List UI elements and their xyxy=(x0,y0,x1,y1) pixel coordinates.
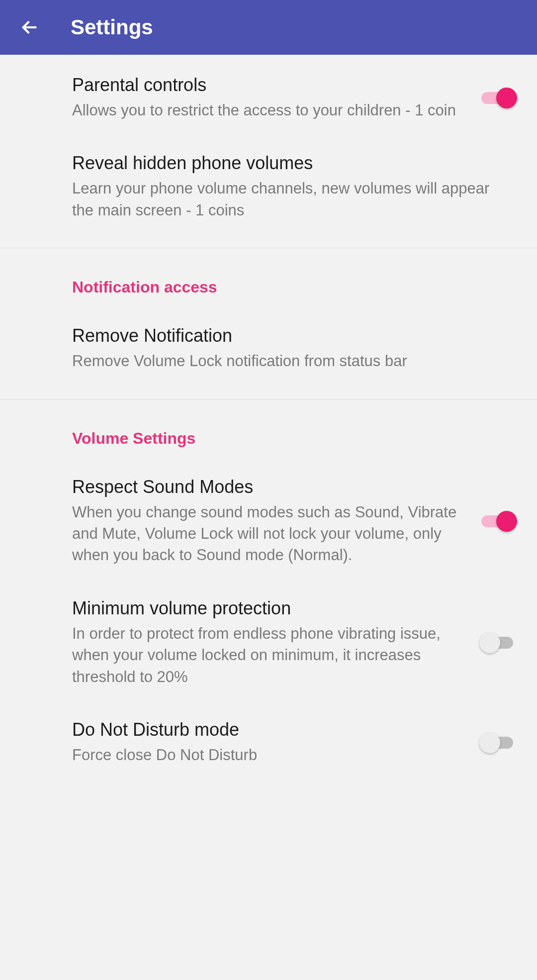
row-title: Minimum volume protection xyxy=(72,598,471,619)
section-volume-settings: Volume Settings Respect Sound Modes When… xyxy=(0,399,537,793)
page-title: Settings xyxy=(71,15,153,39)
row-reveal-hidden-volumes[interactable]: Reveal hidden phone volumes Learn your p… xyxy=(0,133,537,233)
row-text: Reveal hidden phone volumes Learn your p… xyxy=(72,153,517,221)
toggle-do-not-disturb[interactable] xyxy=(481,732,517,753)
row-text: Minimum volume protection In order to pr… xyxy=(72,598,481,687)
settings-list: Parental controls Allows you to restrict… xyxy=(0,55,537,792)
appbar: Settings xyxy=(0,0,537,55)
row-subtitle: When you change sound modes such as Soun… xyxy=(72,501,471,566)
switch-thumb xyxy=(479,732,500,753)
toggle-minimum-volume-protection[interactable] xyxy=(481,632,517,653)
section-header: Volume Settings xyxy=(0,399,537,457)
row-subtitle: Allows you to restrict the access to you… xyxy=(72,99,471,121)
row-text: Remove Notification Remove Volume Lock n… xyxy=(72,325,517,372)
row-subtitle: In order to protect from endless phone v… xyxy=(72,623,471,687)
row-text: Respect Sound Modes When you change soun… xyxy=(72,477,481,566)
row-minimum-volume-protection[interactable]: Minimum volume protection In order to pr… xyxy=(0,578,537,699)
row-text: Parental controls Allows you to restrict… xyxy=(72,75,481,121)
row-title: Respect Sound Modes xyxy=(72,477,471,497)
row-subtitle: Learn your phone volume channels, new vo… xyxy=(72,178,507,221)
row-subtitle: Remove Volume Lock notification from sta… xyxy=(72,350,507,372)
switch-thumb xyxy=(496,88,517,108)
switch-thumb xyxy=(479,632,500,653)
row-remove-notification[interactable]: Remove Notification Remove Volume Lock n… xyxy=(0,305,537,384)
row-title: Remove Notification xyxy=(72,325,507,346)
row-respect-sound-modes[interactable]: Respect Sound Modes When you change soun… xyxy=(0,457,537,578)
row-title: Parental controls xyxy=(72,75,471,96)
row-subtitle: Force close Do Not Disturb xyxy=(72,744,471,766)
section-notification-access: Notification access Remove Notification … xyxy=(0,248,537,399)
row-title: Do Not Disturb mode xyxy=(72,719,471,740)
back-button[interactable] xyxy=(18,15,42,39)
switch-thumb xyxy=(496,511,517,532)
toggle-respect-sound-modes[interactable] xyxy=(481,511,517,532)
row-parental-controls[interactable]: Parental controls Allows you to restrict… xyxy=(0,55,537,133)
row-do-not-disturb[interactable]: Do Not Disturb mode Force close Do Not D… xyxy=(0,699,537,778)
section-general: Parental controls Allows you to restrict… xyxy=(0,55,537,248)
section-header: Notification access xyxy=(0,248,537,305)
arrow-left-icon xyxy=(20,17,40,37)
row-text: Do Not Disturb mode Force close Do Not D… xyxy=(72,719,481,766)
toggle-parental-controls[interactable] xyxy=(481,88,517,108)
row-title: Reveal hidden phone volumes xyxy=(72,153,507,174)
